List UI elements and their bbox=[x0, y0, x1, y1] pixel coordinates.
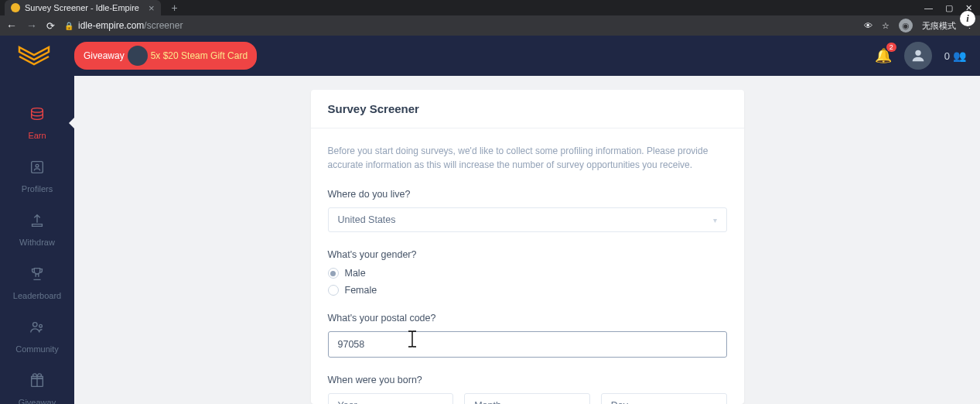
withdraw-icon bbox=[29, 212, 46, 233]
gender-female-radio[interactable]: Female bbox=[328, 285, 727, 296]
sidebar: Earn Profilers Withdraw Leaderboard Comm… bbox=[0, 76, 74, 404]
gender-female-label: Female bbox=[345, 285, 377, 296]
notification-badge: 2 bbox=[886, 43, 896, 52]
browser-chrome: Survey Screener - Idle-Empire × + — ▢ ✕ … bbox=[0, 0, 980, 36]
country-select[interactable]: United States ▾ bbox=[328, 207, 727, 232]
birth-month-select[interactable]: Month ▾ bbox=[464, 393, 590, 404]
gift-icon bbox=[29, 372, 46, 393]
url-box[interactable]: 🔒 idle-empire.com/screener bbox=[64, 20, 855, 31]
tab-bar: Survey Screener - Idle-Empire × + — ▢ ✕ bbox=[0, 0, 980, 15]
chevron-down-icon: ▾ bbox=[576, 402, 580, 405]
gender-group: What's your gender? Male Female bbox=[328, 249, 727, 296]
eye-off-icon[interactable]: 👁 bbox=[864, 21, 872, 30]
gender-label: What's your gender? bbox=[328, 249, 727, 260]
sidebar-item-withdraw[interactable]: Withdraw bbox=[0, 203, 74, 256]
minimize-icon[interactable]: — bbox=[924, 3, 933, 13]
giveaway-label: Giveaway bbox=[84, 50, 125, 61]
month-placeholder: Month bbox=[474, 400, 501, 404]
sidebar-item-label: Leaderboard bbox=[13, 291, 61, 300]
forward-icon[interactable]: → bbox=[26, 19, 37, 32]
sidebar-item-label: Giveaway bbox=[19, 398, 56, 404]
radio-checked-icon bbox=[328, 268, 339, 279]
svg-point-4 bbox=[33, 323, 38, 327]
sidebar-item-label: Withdraw bbox=[19, 238, 55, 247]
postal-group: What's your postal code? bbox=[328, 313, 727, 358]
survey-card: Survey Screener Before you start doing s… bbox=[311, 90, 744, 404]
content-area: Survey Screener Before you start doing s… bbox=[74, 76, 980, 404]
new-tab-button[interactable]: + bbox=[172, 2, 178, 14]
giveaway-prize: 5x $20 Steam Gift Card bbox=[151, 50, 248, 61]
svg-point-5 bbox=[39, 324, 43, 327]
chevron-down-icon: ▾ bbox=[713, 402, 717, 405]
sidebar-item-label: Community bbox=[15, 344, 59, 354]
lock-icon: 🔒 bbox=[64, 22, 73, 30]
sidebar-item-profilers[interactable]: Profilers bbox=[0, 149, 74, 203]
card-title: Survey Screener bbox=[328, 102, 727, 115]
country-value: United States bbox=[338, 214, 396, 225]
birth-day-select[interactable]: Day ▾ bbox=[601, 393, 727, 404]
star-icon[interactable]: ☆ bbox=[882, 21, 890, 31]
sidebar-item-community[interactable]: Community bbox=[0, 310, 74, 363]
svg-point-0 bbox=[915, 50, 920, 56]
points-value: 0 bbox=[944, 50, 950, 62]
country-label: Where do you live? bbox=[328, 189, 727, 200]
birth-label: When were you born? bbox=[328, 375, 727, 385]
sidebar-item-giveaway[interactable]: Giveaway bbox=[0, 363, 74, 404]
card-header: Survey Screener bbox=[311, 90, 744, 128]
url-text: idle-empire.com/screener bbox=[78, 20, 183, 31]
profilers-icon bbox=[29, 159, 46, 180]
points-display[interactable]: 0 👥 bbox=[944, 50, 966, 62]
points-icon: 👥 bbox=[953, 50, 966, 62]
gender-male-label: Male bbox=[345, 268, 366, 279]
main-area: Earn Profilers Withdraw Leaderboard Comm… bbox=[0, 76, 980, 404]
leaderboard-icon bbox=[29, 265, 46, 286]
sidebar-item-label: Earn bbox=[28, 131, 46, 140]
steam-icon bbox=[128, 46, 148, 66]
chevron-down-icon: ▾ bbox=[439, 402, 443, 405]
tab-title: Survey Screener - Idle-Empire bbox=[25, 3, 139, 12]
birth-year-select[interactable]: Year ▾ bbox=[328, 393, 454, 404]
radio-unchecked-icon bbox=[328, 285, 339, 296]
sidebar-item-leaderboard[interactable]: Leaderboard bbox=[0, 256, 74, 310]
address-bar: ← → ⟳ 🔒 idle-empire.com/screener 👁 ☆ ◉ 无… bbox=[0, 15, 980, 36]
sidebar-item-label: Profilers bbox=[22, 184, 53, 193]
info-bubble-icon: i bbox=[960, 11, 975, 26]
day-placeholder: Day bbox=[611, 400, 628, 404]
avatar[interactable] bbox=[904, 42, 932, 70]
giveaway-pill[interactable]: Giveaway 5x $20 Steam Gift Card bbox=[74, 42, 257, 70]
chevron-down-icon: ▾ bbox=[713, 216, 717, 224]
svg-point-3 bbox=[36, 164, 39, 167]
earn-icon bbox=[29, 105, 46, 126]
reload-icon[interactable]: ⟳ bbox=[46, 20, 55, 32]
gender-male-radio[interactable]: Male bbox=[328, 268, 727, 279]
postal-label: What's your postal code? bbox=[328, 313, 727, 324]
birth-group: When were you born? Year ▾ Month ▾ Day ▾ bbox=[328, 375, 727, 404]
back-icon[interactable]: ← bbox=[6, 19, 17, 32]
sidebar-item-earn[interactable]: Earn bbox=[0, 96, 74, 149]
community-icon bbox=[29, 319, 46, 340]
tab-favicon-icon bbox=[11, 3, 20, 12]
svg-point-1 bbox=[32, 108, 43, 113]
site-header: Giveaway 5x $20 Steam Gift Card 🔔 2 0 👥 bbox=[0, 36, 980, 76]
notifications-button[interactable]: 🔔 2 bbox=[875, 47, 892, 64]
site-logo[interactable] bbox=[14, 42, 54, 70]
browser-tab[interactable]: Survey Screener - Idle-Empire × bbox=[5, 0, 161, 15]
maximize-icon[interactable]: ▢ bbox=[945, 3, 953, 13]
guest-mode-label: 无痕模式 bbox=[922, 20, 956, 32]
year-placeholder: Year bbox=[338, 400, 357, 404]
incognito-icon[interactable]: ◉ bbox=[899, 19, 913, 33]
intro-text: Before you start doing surveys, we'd lik… bbox=[328, 144, 727, 172]
card-body: Before you start doing surveys, we'd lik… bbox=[311, 128, 744, 404]
close-icon[interactable]: × bbox=[149, 2, 155, 14]
postal-input[interactable] bbox=[328, 331, 727, 358]
country-group: Where do you live? United States ▾ bbox=[328, 189, 727, 232]
